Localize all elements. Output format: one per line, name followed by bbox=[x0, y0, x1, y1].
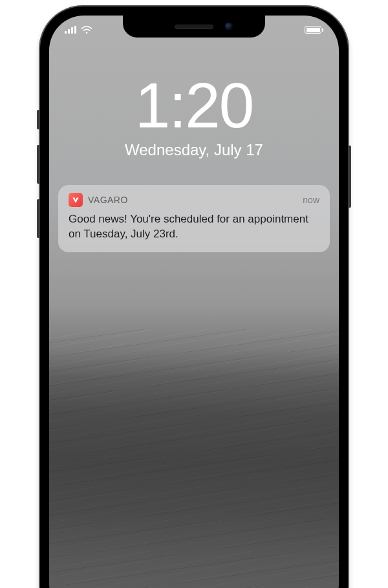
cellular-signal-icon bbox=[65, 26, 76, 34]
wifi-icon bbox=[81, 25, 92, 34]
notification-timestamp: now bbox=[303, 195, 319, 205]
notch bbox=[123, 16, 265, 38]
notification-app-name: VAGARO bbox=[88, 195, 297, 205]
notification-header: VAGARO now bbox=[69, 193, 319, 207]
notification-card[interactable]: VAGARO now Good news! You're scheduled f… bbox=[58, 185, 330, 252]
front-camera bbox=[225, 23, 233, 30]
lock-screen-date: Wednesday, July 17 bbox=[49, 141, 339, 159]
notification-message: Good news! You're scheduled for an appoi… bbox=[69, 212, 319, 242]
battery-icon bbox=[305, 26, 323, 34]
side-buttons-left bbox=[37, 110, 40, 254]
lock-screen-clock: 1:20 Wednesday, July 17 bbox=[49, 74, 339, 159]
phone-frame: 1:20 Wednesday, July 17 VAGARO now Good … bbox=[40, 6, 348, 588]
speaker-grille bbox=[175, 25, 213, 29]
vagaro-app-icon bbox=[69, 193, 83, 207]
phone-screen: 1:20 Wednesday, July 17 VAGARO now Good … bbox=[49, 16, 339, 588]
side-button-right bbox=[348, 146, 351, 208]
lock-screen-time: 1:20 bbox=[49, 74, 339, 137]
